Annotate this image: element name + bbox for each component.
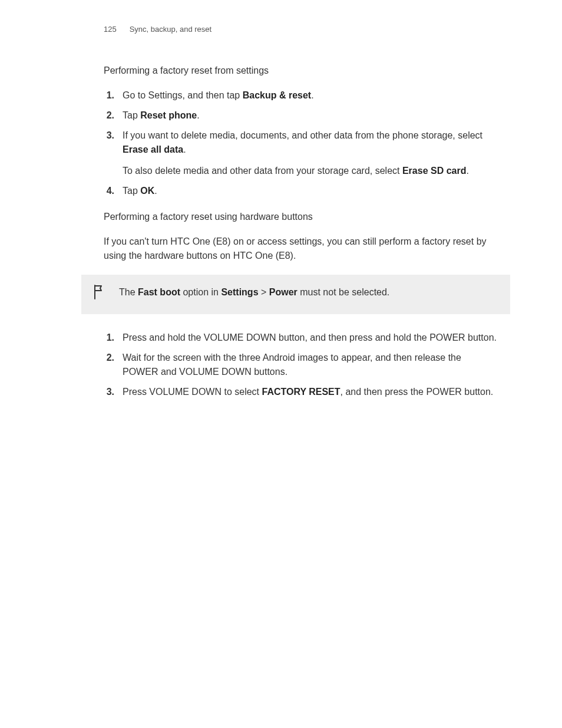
document-page: 125 Sync, backup, and reset Performing a… — [0, 0, 562, 434]
bold-text: Erase SD card — [402, 166, 467, 176]
text: . — [154, 186, 157, 196]
text: . — [197, 110, 199, 120]
step-item: 4. Tap OK. — [104, 184, 498, 198]
step-content: Tap Reset phone. — [123, 108, 498, 123]
text: . — [466, 166, 468, 176]
text: Tap — [123, 186, 140, 196]
text: . — [311, 90, 313, 100]
callout-note: The Fast boot option in Settings > Power… — [81, 275, 510, 314]
bold-text: Reset phone — [140, 110, 197, 120]
step-item: 2. Tap Reset phone. — [104, 108, 498, 123]
bold-text: OK — [140, 186, 154, 196]
page-number: 125 — [104, 24, 117, 35]
flag-icon — [93, 284, 106, 304]
page-header: 125 Sync, backup, and reset — [104, 24, 498, 35]
text: . — [183, 144, 186, 154]
bold-text: Fast boot — [138, 287, 180, 297]
step-content: Press and hold the VOLUME DOWN button, a… — [123, 331, 498, 345]
section-title-1: Performing a factory reset from settings — [104, 64, 498, 78]
step-number: 3. — [104, 385, 114, 399]
bold-text: Settings — [221, 287, 258, 297]
step-number: 3. — [104, 129, 114, 178]
text: Wait for the screen with the three Andro… — [123, 351, 498, 379]
step-content: If you want to delete media, documents, … — [123, 129, 498, 178]
text: > — [259, 287, 269, 297]
callout-text: The Fast boot option in Settings > Power… — [119, 285, 498, 299]
breadcrumb: Sync, backup, and reset — [130, 24, 211, 35]
step-number: 1. — [104, 331, 114, 345]
bold-text: Erase all data — [123, 144, 183, 154]
step-item: 3. Press VOLUME DOWN to select FACTORY R… — [104, 385, 498, 399]
bold-text: Power — [269, 287, 297, 297]
text: Tap — [123, 110, 140, 120]
step-item: 1. Press and hold the VOLUME DOWN button… — [104, 331, 498, 345]
step-content: Wait for the screen with the three Andro… — [123, 351, 498, 379]
text: To also delete media and other data from… — [123, 166, 402, 176]
steps-list-1: 1. Go to Settings, and then tap Backup &… — [104, 88, 498, 198]
steps-list-2: 1. Press and hold the VOLUME DOWN button… — [104, 331, 498, 399]
step-content: Go to Settings, and then tap Backup & re… — [123, 88, 498, 103]
text: Go to Settings, and then tap — [123, 90, 243, 100]
step-number: 1. — [104, 88, 114, 103]
step-number: 2. — [104, 108, 114, 123]
step-content: Press VOLUME DOWN to select FACTORY RESE… — [123, 385, 498, 399]
text: Press VOLUME DOWN to select — [123, 387, 262, 397]
step-number: 4. — [104, 184, 114, 198]
text: , and then press the POWER button. — [340, 387, 494, 397]
step-content: Tap OK. — [123, 184, 498, 198]
bold-text: FACTORY RESET — [262, 387, 340, 397]
step-number: 2. — [104, 351, 114, 379]
text: The — [119, 287, 138, 297]
step-item: 1. Go to Settings, and then tap Backup &… — [104, 88, 498, 103]
step-item: 3. If you want to delete media, document… — [104, 129, 498, 178]
text: If you want to delete media, documents, … — [123, 130, 482, 140]
text: Press and hold the VOLUME DOWN button, a… — [123, 331, 498, 345]
text: option in — [180, 287, 221, 297]
section-title-2: Performing a factory reset using hardwar… — [104, 210, 498, 224]
intro-paragraph: If you can't turn HTC One (E8) on or acc… — [104, 235, 498, 263]
step-item: 2. Wait for the screen with the three An… — [104, 351, 498, 379]
bold-text: Backup & reset — [243, 90, 312, 100]
text: must not be selected. — [297, 287, 390, 297]
